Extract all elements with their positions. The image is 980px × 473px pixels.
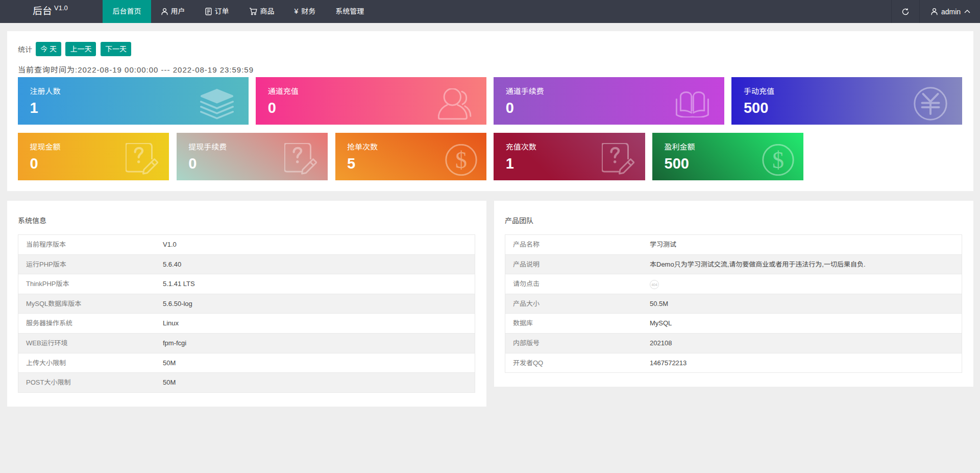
- svg-text:$: $: [455, 147, 467, 173]
- svg-text:$: $: [772, 147, 784, 173]
